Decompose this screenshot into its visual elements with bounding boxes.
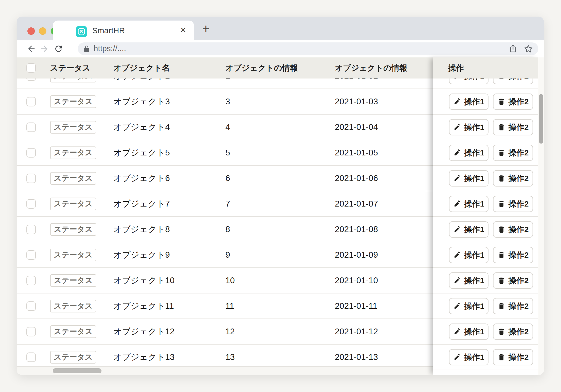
- trash-icon: [497, 174, 505, 182]
- row-checkbox[interactable]: [26, 148, 36, 158]
- reload-icon[interactable]: [53, 43, 64, 54]
- object-name-cell: オブジェクト6: [113, 166, 170, 191]
- action-row: 操作1 操作2: [433, 217, 538, 242]
- trash-icon: [497, 98, 505, 106]
- action2-button[interactable]: 操作2: [493, 79, 533, 84]
- row-checkbox[interactable]: [26, 301, 36, 311]
- tab-title: SmartHR: [92, 21, 125, 40]
- action1-label: 操作1: [464, 148, 485, 158]
- action-row: 操作1 操作2: [433, 242, 538, 268]
- window-minimize-button[interactable]: [39, 27, 46, 35]
- vertical-scrollbar-thumb[interactable]: [539, 94, 543, 144]
- pencil-icon: [453, 277, 461, 285]
- object-name-cell: オブジェクト7: [113, 191, 170, 216]
- action-column-header: 操作: [433, 57, 538, 79]
- object-info2-cell: 2021-01-06: [335, 166, 378, 191]
- trash-icon: [497, 277, 505, 285]
- object-name-cell: オブジェクト8: [113, 217, 170, 242]
- action2-label: 操作2: [509, 326, 529, 337]
- status-badge: ステータス: [50, 172, 96, 185]
- action2-button[interactable]: 操作2: [493, 119, 533, 135]
- action1-button[interactable]: 操作1: [449, 349, 489, 365]
- action1-button[interactable]: 操作1: [449, 196, 489, 212]
- action1-label: 操作1: [464, 199, 485, 209]
- back-icon[interactable]: [26, 43, 37, 54]
- action1-label: 操作1: [464, 301, 485, 312]
- row-checkbox[interactable]: [26, 327, 36, 336]
- new-tab-button[interactable]: +: [199, 19, 213, 38]
- select-all-checkbox[interactable]: [26, 63, 36, 73]
- pencil-icon: [453, 251, 461, 259]
- row-checkbox[interactable]: [26, 122, 36, 132]
- action2-label: 操作2: [509, 122, 529, 133]
- action2-label: 操作2: [509, 275, 529, 286]
- status-badge: ステータス: [50, 79, 96, 82]
- action-column-viewport: 操作1 操作2 操作1 操作2 操作1: [433, 79, 538, 375]
- share-icon[interactable]: [508, 44, 518, 53]
- action2-button[interactable]: 操作2: [493, 298, 533, 314]
- object-name-cell: オブジェクト9: [113, 242, 170, 267]
- object-info2-cell: 2021-01-03: [335, 89, 378, 114]
- object-name-cell: オブジェクト10: [113, 268, 175, 293]
- row-checkbox[interactable]: [26, 97, 36, 106]
- lock-icon: [83, 45, 90, 52]
- horizontal-scrollbar-thumb[interactable]: [53, 368, 101, 373]
- status-badge: ステータス: [50, 198, 96, 210]
- action2-button[interactable]: 操作2: [493, 247, 533, 263]
- object-info2-cell: 2021-01-05: [335, 140, 378, 165]
- action1-label: 操作1: [464, 250, 485, 261]
- header-actions: 操作: [448, 57, 464, 79]
- action2-button[interactable]: 操作2: [493, 324, 533, 340]
- action1-button[interactable]: 操作1: [449, 298, 489, 314]
- action2-button[interactable]: 操作2: [493, 94, 533, 110]
- object-info2-cell: 2021-01-04: [335, 115, 378, 140]
- vertical-scrollbar-track[interactable]: [538, 57, 544, 375]
- action2-button[interactable]: 操作2: [493, 145, 533, 161]
- status-badge: ステータス: [50, 121, 96, 134]
- action2-button[interactable]: 操作2: [493, 221, 533, 238]
- action1-button[interactable]: 操作1: [449, 119, 489, 135]
- window-close-button[interactable]: [27, 27, 35, 35]
- forward-icon[interactable]: [39, 43, 50, 54]
- row-checkbox[interactable]: [26, 225, 36, 234]
- favicon-letter: S: [78, 28, 85, 35]
- browser-tab[interactable]: S SmartHR ×: [53, 21, 194, 40]
- action1-button[interactable]: 操作1: [449, 272, 489, 289]
- action2-label: 操作2: [509, 79, 529, 82]
- horizontal-scrollbar-track[interactable]: [17, 366, 433, 375]
- object-info1-cell: 6: [225, 166, 230, 191]
- smarthr-favicon-icon: S: [76, 26, 87, 37]
- action-row: 操作1 操作2: [433, 268, 538, 293]
- action1-button[interactable]: 操作1: [449, 79, 489, 84]
- action2-label: 操作2: [509, 199, 529, 209]
- row-checkbox[interactable]: [26, 250, 36, 260]
- action2-button[interactable]: 操作2: [493, 196, 533, 212]
- row-checkbox[interactable]: [26, 276, 36, 285]
- pencil-icon: [453, 79, 461, 80]
- action2-button[interactable]: 操作2: [493, 349, 533, 365]
- row-checkbox[interactable]: [26, 79, 36, 81]
- url-text[interactable]: https://....: [94, 42, 126, 55]
- action2-button[interactable]: 操作2: [493, 272, 533, 289]
- url-bar[interactable]: https://....: [78, 42, 538, 55]
- action2-button[interactable]: 操作2: [493, 170, 533, 187]
- action-row: 操作1 操作2: [433, 115, 538, 140]
- action1-button[interactable]: 操作1: [449, 170, 489, 187]
- tab-close-icon[interactable]: ×: [177, 21, 190, 40]
- row-checkbox[interactable]: [26, 174, 36, 183]
- action1-button[interactable]: 操作1: [449, 324, 489, 340]
- header-object-info1: オブジェクトの情報: [225, 57, 298, 79]
- action1-button[interactable]: 操作1: [449, 247, 489, 263]
- object-name-cell: オブジェクト12: [113, 319, 175, 344]
- object-info2-cell: 2021-01-11: [335, 293, 377, 318]
- trash-icon: [497, 149, 505, 157]
- action1-label: 操作1: [464, 326, 485, 337]
- row-checkbox[interactable]: [26, 352, 36, 362]
- bookmark-star-icon[interactable]: [524, 44, 533, 53]
- action1-button[interactable]: 操作1: [449, 145, 489, 161]
- row-checkbox[interactable]: [26, 199, 36, 209]
- pencil-icon: [453, 226, 461, 233]
- action1-button[interactable]: 操作1: [449, 94, 489, 110]
- object-info1-cell: 8: [225, 217, 230, 242]
- action1-button[interactable]: 操作1: [449, 221, 489, 238]
